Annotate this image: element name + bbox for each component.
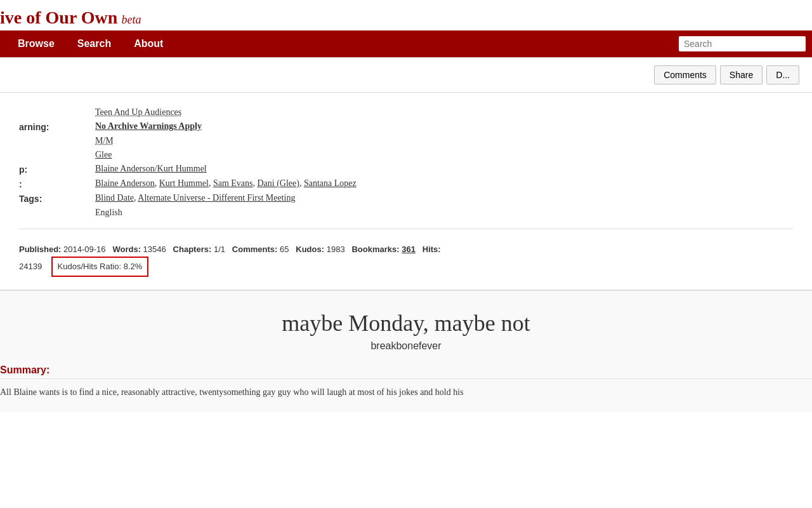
main-content: Teen And Up Audiences arning: No Archive… — [0, 93, 812, 290]
tags-value: Blind Date, Alternate Universe - Differe… — [95, 191, 793, 206]
comments-count-value: 65 — [280, 244, 289, 254]
share-button[interactable]: Share — [720, 65, 763, 84]
characters-value: Blaine Anderson, Kurt Hummel, Sam Evans,… — [95, 177, 793, 191]
characters-label: : — [19, 177, 95, 191]
published-value: 2014-09-16 — [63, 244, 106, 254]
char-sam[interactable]: Sam Evans — [213, 178, 253, 188]
chapters-label: Chapters: — [173, 244, 212, 254]
search-input[interactable] — [679, 36, 806, 51]
fandom-label — [19, 148, 95, 152]
warning-label: arning: — [19, 119, 95, 134]
story-author: breakbonefever — [0, 340, 812, 352]
stats-row: Published: 2014-09-16 Words: 13546 Chapt… — [19, 242, 793, 277]
category-label — [19, 134, 95, 138]
kudos-count-value: 1983 — [327, 244, 345, 254]
comments-count-label: Comments: — [232, 244, 278, 254]
category-value: M/M — [95, 134, 793, 148]
story-section: maybe Monday, maybe not breakbonefever S… — [0, 290, 812, 412]
kudos-hits-label: Kudos/Hits Ratio: — [58, 262, 121, 271]
ship-value: Blaine Anderson/Kurt Hummel — [95, 162, 793, 177]
rating-label — [19, 105, 95, 110]
char-blaine[interactable]: Blaine Anderson — [95, 178, 155, 188]
kudos-hits-box: Kudos/Hits Ratio: 8.2% — [51, 257, 149, 276]
warning-value: No Archive Warnings Apply — [95, 119, 793, 134]
comments-button[interactable]: Comments — [654, 65, 716, 84]
rating-value: Teen And Up Audiences — [95, 105, 793, 119]
words-label: Words: — [112, 244, 141, 254]
chapters-value: 1/1 — [214, 244, 225, 254]
site-title: ive of Our Own — [0, 8, 117, 28]
language-label — [19, 206, 95, 210]
nav-about[interactable]: About — [122, 30, 174, 57]
fandom-value: Glee — [95, 148, 793, 162]
char-santana[interactable]: Santana Lopez — [304, 178, 357, 188]
site-title-bar: ive of Our Ownbeta — [0, 5, 812, 30]
download-button[interactable]: D... — [766, 65, 799, 84]
kudos-label: Kudos: — [296, 244, 324, 254]
language-value: English — [95, 206, 793, 220]
char-dani[interactable]: Dani (Glee) — [257, 178, 299, 188]
hits-value: 24139 — [19, 262, 42, 271]
tags-label: Tags: — [19, 191, 95, 206]
hits-label: Hits: — [422, 244, 441, 254]
metadata-block: Teen And Up Audiences arning: No Archive… — [19, 105, 793, 229]
published-label: Published: — [19, 244, 61, 254]
bookmarks-link[interactable]: 361 — [402, 244, 416, 254]
tags-text: Blind Date, Alternate Universe - Differe… — [95, 193, 295, 203]
characters-text: Blaine Anderson, Kurt Hummel, Sam Evans,… — [95, 178, 357, 188]
summary-text: All Blaine wants is to find a nice, reas… — [0, 385, 812, 399]
bookmarks-label: Bookmarks: — [351, 244, 399, 254]
words-value: 13546 — [143, 244, 166, 254]
nav-bar: Browse Search About — [0, 30, 812, 57]
site-title-beta: beta — [121, 13, 141, 27]
nav-search[interactable]: Search — [66, 30, 122, 57]
summary-section: Summary: All Blaine wants is to find a n… — [0, 364, 812, 399]
kudos-hits-ratio: 8.2% — [124, 262, 143, 271]
action-bar: Comments Share D... — [0, 58, 812, 93]
tag-blind-date[interactable]: Blind Date — [95, 193, 134, 203]
ship-label: p: — [19, 162, 95, 177]
tag-au[interactable]: Alternate Universe - Different First Mee… — [138, 193, 295, 203]
summary-label: Summary: — [0, 364, 812, 379]
story-title: maybe Monday, maybe not — [0, 310, 812, 337]
nav-browse[interactable]: Browse — [6, 30, 66, 57]
site-header: ive of Our Ownbeta Browse Search About — [0, 0, 812, 58]
char-kurt[interactable]: Kurt Hummel — [159, 178, 209, 188]
